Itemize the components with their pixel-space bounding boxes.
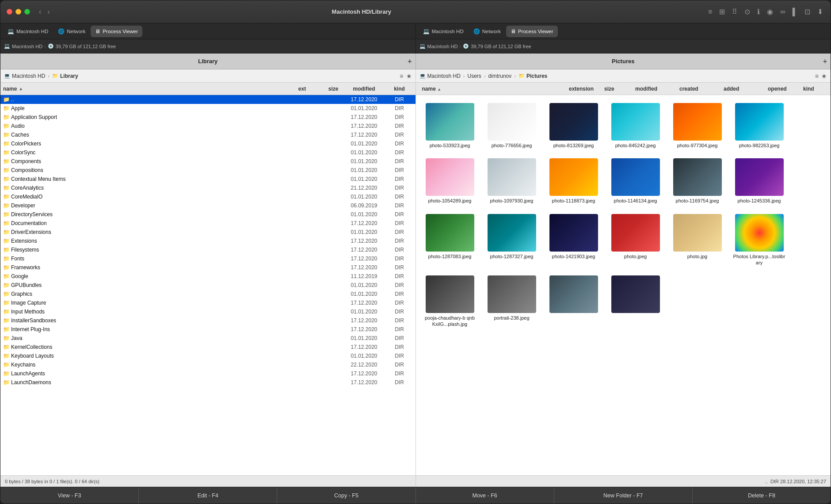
list-item[interactable]: photo.jpeg — [607, 211, 664, 269]
bc-star-icon-right[interactable]: ★ — [821, 73, 827, 80]
list-item[interactable]: photo-813269.jpeg — [545, 100, 602, 151]
list-item[interactable]: pooja-chaudhary-b qnbKxilG...plash.jpg — [421, 273, 479, 330]
grid-view-icon[interactable]: ⠿ — [731, 6, 739, 17]
toggle-icon[interactable]: ⊙ — [743, 6, 751, 17]
table-row[interactable]: 📁KernelCollections17.12.2020DIR — [0, 343, 416, 351]
fkey-copy[interactable]: Copy - F5 — [277, 487, 416, 504]
rcol-header-modified[interactable]: modified — [633, 86, 677, 92]
list-item[interactable]: photo.jpg — [669, 211, 726, 269]
list-item[interactable]: photo-1097930.jpeg — [483, 156, 541, 206]
fkey-edit[interactable]: Edit - F4 — [139, 487, 277, 504]
table-row[interactable]: 📁Compositions01.01.2020DIR — [0, 166, 416, 175]
table-row[interactable]: 📁LaunchDaemons17.12.2020DIR — [0, 378, 416, 387]
table-row[interactable]: 📁Documentation17.12.2020DIR — [0, 219, 416, 228]
list-item[interactable]: photo-1421903.jpeg — [545, 211, 602, 269]
table-row[interactable]: 📁Input Methods01.01.2020DIR — [0, 307, 416, 316]
list-item[interactable]: photo-982263.jpeg — [731, 100, 788, 151]
sidebar-icon[interactable]: ▌ — [791, 7, 799, 17]
table-row[interactable]: 📁Internet Plug-Ins17.12.2020DIR — [0, 325, 416, 334]
table-row[interactable]: 📁GPUBundles01.01.2020DIR — [0, 281, 416, 290]
table-row[interactable]: 📁Graphics01.01.2020DIR — [0, 290, 416, 298]
rcol-header-name[interactable]: name ▲ — [419, 86, 567, 92]
info-icon[interactable]: ℹ — [756, 6, 761, 17]
col-header-ext[interactable]: ext — [291, 86, 313, 92]
table-row[interactable]: 📁Application Support17.12.2020DIR — [0, 113, 416, 122]
list-item[interactable] — [545, 273, 602, 330]
table-row[interactable]: 📁Caches17.12.2020DIR — [0, 130, 416, 139]
table-row[interactable]: 📁Apple01.01.2020DIR — [0, 104, 416, 113]
table-row[interactable]: 📁Fonts17.12.2020DIR — [0, 254, 416, 263]
table-row[interactable]: 📁Contextual Menu Items01.01.2020DIR — [0, 175, 416, 183]
table-row[interactable]: 📁Developer06.09.2019DIR — [0, 201, 416, 210]
bc-seg-0-right[interactable]: Macintosh HD — [427, 73, 461, 79]
bc-star-icon-left[interactable]: ★ — [406, 73, 412, 80]
table-row[interactable]: 📁Java01.01.2020DIR — [0, 334, 416, 343]
tab-process-viewer-left[interactable]: 🖥 Process Viewer — [91, 26, 142, 37]
list-item[interactable]: photo-533923.jpeg — [421, 100, 479, 151]
tab-process-viewer-right[interactable]: 🖥 Process Viewer — [506, 26, 558, 37]
table-row[interactable]: 📁DriverExtensions01.01.2020DIR — [0, 228, 416, 237]
bc-seg-3-right[interactable]: Pictures — [526, 73, 547, 79]
tab-network-right[interactable]: 🌐 Network — [469, 26, 505, 37]
table-row[interactable]: 📁DirectoryServices01.01.2020DIR — [0, 210, 416, 219]
list-item[interactable]: photo-1146134.jpeg — [607, 156, 664, 206]
list-item[interactable]: photo-1169754.jpeg — [669, 156, 726, 206]
rcol-header-created[interactable]: created — [677, 86, 721, 92]
fkey-delete[interactable]: Delete - F8 — [693, 487, 831, 504]
table-row[interactable]: 📁ColorPickers01.01.2020DIR — [0, 139, 416, 148]
panel-icon[interactable]: ⊡ — [803, 6, 812, 17]
table-row[interactable]: 📁CoreAnalytics21.12.2020DIR — [0, 183, 416, 192]
fkey-move[interactable]: Move - F6 — [416, 487, 554, 504]
table-row[interactable]: 📁Extensions17.12.2020DIR — [0, 237, 416, 245]
table-row[interactable]: 📁..17.12.2020DIR — [0, 95, 416, 104]
list-item[interactable]: photo-776656.jpeg — [483, 100, 541, 151]
table-row[interactable]: 📁Keychains22.12.2020DIR — [0, 360, 416, 369]
list-item[interactable]: Photos Library.p...toslibrary — [731, 211, 788, 269]
bc-list-icon-right[interactable]: ≡ — [815, 73, 819, 80]
list-view-icon[interactable]: ≡ — [707, 7, 713, 17]
table-row[interactable]: 📁Keyboard Layouts01.01.2020DIR — [0, 351, 416, 360]
list-item[interactable]: portrait-238.jpeg — [483, 273, 541, 330]
section-add-btn-left[interactable]: + — [408, 57, 412, 65]
rcol-header-kind[interactable]: kind — [801, 86, 827, 92]
tab-macintosh-hd-right[interactable]: 💻 Macintosh HD — [419, 26, 468, 37]
fkey-view[interactable]: View - F3 — [0, 487, 139, 504]
table-row[interactable]: 📁InstallerSandboxes17.12.2020DIR — [0, 316, 416, 325]
col-header-name[interactable]: name ▲ — [3, 86, 291, 92]
tab-network-left[interactable]: 🌐 Network — [53, 26, 90, 37]
table-row[interactable]: 📁Frameworks17.12.2020DIR — [0, 263, 416, 272]
list-item[interactable]: photo-845242.jpeg — [607, 100, 664, 151]
list-item[interactable]: photo-1287327.jpeg — [483, 211, 541, 269]
download-icon[interactable]: ⬇ — [816, 6, 824, 17]
list-item[interactable]: photo-1118873.jpeg — [545, 156, 602, 206]
close-button[interactable] — [7, 9, 12, 15]
rcol-header-size[interactable]: size — [602, 86, 633, 92]
table-row[interactable]: 📁LaunchAgents17.12.2020DIR — [0, 369, 416, 378]
rcol-header-added[interactable]: added — [721, 86, 765, 92]
table-row[interactable]: 📁ColorSync01.01.2020DIR — [0, 148, 416, 157]
list-item[interactable]: photo-1287083.jpeg — [421, 211, 479, 269]
table-row[interactable]: 📁Image Capture17.12.2020DIR — [0, 298, 416, 307]
col-header-modified[interactable]: modified — [342, 86, 386, 92]
list-item[interactable]: photo-1245336.jpeg — [731, 156, 788, 206]
list-item[interactable]: photo-1054289.jpeg — [421, 156, 479, 206]
rcol-header-ext[interactable]: extension — [566, 86, 602, 92]
tab-macintosh-hd-left[interactable]: 💻 Macintosh HD — [3, 26, 53, 37]
bc-seg-1-right[interactable]: Users — [468, 73, 481, 79]
rcol-header-opened[interactable]: opened — [765, 86, 801, 92]
col-header-kind[interactable]: kind — [386, 86, 413, 92]
table-row[interactable]: 📁Google11.12.2019DIR — [0, 272, 416, 281]
bc-seg-1-left[interactable]: Library — [60, 73, 78, 79]
compare-icon[interactable]: ∞ — [779, 7, 786, 17]
table-row[interactable]: 📁Filesystems17.12.2020DIR — [0, 245, 416, 254]
bc-list-icon-left[interactable]: ≡ — [400, 73, 403, 80]
section-add-btn-right[interactable]: + — [823, 57, 827, 65]
preview-icon[interactable]: ◉ — [766, 6, 774, 17]
table-row[interactable]: 📁CoreMediaIO01.01.2020DIR — [0, 192, 416, 201]
col-header-size[interactable]: size — [313, 86, 342, 92]
column-view-icon[interactable]: ⊞ — [718, 6, 726, 17]
bc-seg-2-right[interactable]: dimtrunov — [488, 73, 512, 79]
fkey-newfolder[interactable]: New Folder - F7 — [554, 487, 693, 504]
table-row[interactable]: 📁Audio17.12.2020DIR — [0, 122, 416, 130]
list-item[interactable]: photo-977304.jpeg — [669, 100, 726, 151]
